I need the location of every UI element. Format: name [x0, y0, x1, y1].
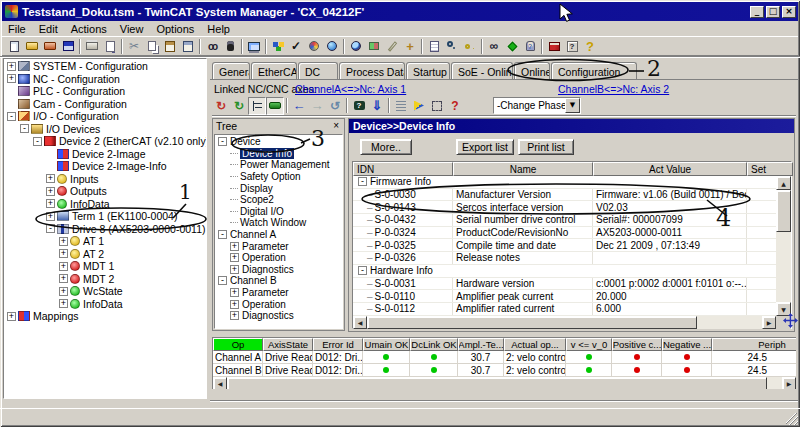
inner-tree-item[interactable]: Display	[215, 182, 342, 194]
expander-icon[interactable]: +	[46, 212, 55, 221]
change-phase-dropdown[interactable]: -Change Phase- ▼	[493, 97, 581, 114]
channel-col-op[interactable]: Op	[213, 338, 263, 351]
expander-icon[interactable]: +	[230, 242, 239, 251]
scroll-thumb[interactable]	[776, 190, 791, 232]
select-frame-icon[interactable]	[428, 97, 446, 115]
tree-item[interactable]: +InfoData	[4, 198, 206, 211]
remote-system-icon[interactable]	[245, 38, 263, 55]
expander-icon[interactable]: +	[59, 237, 68, 246]
tree-item[interactable]: +Inputs	[4, 173, 206, 186]
menu-options[interactable]: Options	[150, 22, 201, 36]
tab-process-data[interactable]: Process Data	[339, 62, 405, 80]
print-icon[interactable]	[83, 38, 101, 55]
paste-icon[interactable]	[161, 38, 179, 55]
expander-icon[interactable]: -	[46, 224, 55, 233]
grid-row[interactable]: –S-0-0143Sercos interface versionV02.03	[353, 201, 776, 214]
tree-item[interactable]: PLC - Configuration	[4, 85, 206, 98]
inner-tree-item[interactable]: +Diagnostics	[215, 264, 342, 276]
nav-forward-icon[interactable]: →	[308, 97, 326, 115]
print-preview-icon[interactable]	[101, 38, 119, 55]
inner-tree-item[interactable]: +Parameter	[215, 287, 342, 299]
scroll-right-icon[interactable]: ▶	[782, 377, 796, 389]
expander-icon[interactable]: +	[7, 62, 16, 71]
open-red-icon[interactable]	[41, 38, 59, 55]
tab-ethercat[interactable]: EtherCAT	[251, 62, 297, 80]
vertical-scrollbar[interactable]: ▲▼	[776, 176, 791, 316]
expander-icon[interactable]: +	[46, 187, 55, 196]
add-item-icon[interactable]: +	[401, 38, 419, 55]
copy-icon[interactable]	[143, 38, 161, 55]
tree-item[interactable]: Device 2-Image	[4, 148, 206, 161]
expander-icon[interactable]: +	[230, 265, 239, 274]
startup-list-icon[interactable]	[392, 97, 410, 115]
inner-tree-item[interactable]: Power Management	[215, 159, 342, 171]
inner-tree-item[interactable]: +Diagnostics	[215, 310, 342, 322]
refresh-green-icon[interactable]: ↻	[230, 97, 248, 115]
cut-icon[interactable]: ✂	[125, 38, 143, 55]
expander-icon[interactable]: -	[20, 124, 29, 133]
tab-general[interactable]: General	[212, 62, 250, 80]
collapse-icon[interactable]: -	[358, 177, 367, 186]
expander-icon[interactable]: +	[230, 253, 239, 262]
scroll-thumb[interactable]	[227, 377, 767, 389]
channel-h-scrollbar[interactable]: ◀▶	[213, 377, 796, 389]
tree-item[interactable]: +AT 2	[4, 248, 206, 261]
close-icon[interactable]: ×	[331, 121, 341, 131]
expander-icon[interactable]: +	[230, 311, 239, 320]
grid-row[interactable]: –S-0-0110Amplifier peak current20.000	[353, 290, 776, 303]
list-view-icon[interactable]	[266, 97, 284, 115]
inner-tree-item[interactable]: Safety Option	[215, 171, 342, 183]
expander-icon[interactable]: +	[46, 174, 55, 183]
expander-icon[interactable]: +	[59, 274, 68, 283]
maximize-button[interactable]: □	[766, 6, 780, 18]
inner-tree-item[interactable]: Watch Window	[215, 217, 342, 229]
tab-soe-online[interactable]: SoE - Online	[451, 62, 513, 80]
zoom-tool-icon[interactable]	[443, 38, 461, 55]
channel-col-periph[interactable]: Periph	[712, 338, 796, 351]
glasses-60-icon[interactable]: ∞	[485, 38, 503, 55]
tree-item[interactable]: Cam - Configuration	[4, 98, 206, 111]
horizontal-scrollbar[interactable]: ◀▶	[353, 316, 776, 329]
expander-icon[interactable]: +	[7, 312, 16, 321]
scroll-up-icon[interactable]: ▲	[776, 176, 791, 190]
scroll-left-icon[interactable]: ◀	[353, 316, 367, 329]
refresh-red-icon[interactable]: ↻	[212, 97, 230, 115]
tree-item[interactable]: +AT 1	[4, 235, 206, 248]
new-icon[interactable]	[5, 38, 23, 55]
menu-actions[interactable]: Actions	[65, 22, 114, 36]
expander-icon[interactable]: +	[230, 288, 239, 297]
channel-col-actual-op-[interactable]: Actual op...	[504, 338, 566, 351]
expander-icon[interactable]: +	[7, 74, 16, 83]
reload-io-icon[interactable]	[365, 38, 383, 55]
magic-wand-icon[interactable]	[383, 38, 401, 55]
security-key-icon[interactable]	[461, 38, 479, 55]
channel-col-v-v-0[interactable]: v <= v_0	[566, 338, 612, 351]
inner-tree-item[interactable]: +Parameter	[215, 240, 342, 252]
column-header-set[interactable]: Set	[747, 162, 793, 176]
column-header-act-value[interactable]: Act Value	[593, 162, 747, 176]
chevron-down-icon[interactable]: ▼	[565, 98, 580, 113]
inner-tree-item[interactable]: +Operation	[215, 298, 342, 310]
tree-item[interactable]: -I/O Devices	[4, 123, 206, 136]
menu-view[interactable]: View	[114, 22, 151, 36]
menu-edit[interactable]: Edit	[33, 22, 65, 36]
open-icon[interactable]	[23, 38, 41, 55]
more-button[interactable]: More..	[360, 139, 412, 155]
grid-row[interactable]: –S-0-0031Hardware versionc:0001 p:0002 d…	[353, 278, 776, 291]
grid-row[interactable]: –P-0-0326Release notes	[353, 252, 776, 265]
reload-list-icon[interactable]: ↺	[326, 97, 344, 115]
inner-tree-item[interactable]: -Channel B	[215, 275, 342, 287]
grid-row[interactable]: –S-0-0432Serial number drive controlSeri…	[353, 214, 776, 227]
inner-tree-item[interactable]: Digital I/O	[215, 206, 342, 218]
list-editor-icon[interactable]	[425, 38, 443, 55]
expander-icon[interactable]: -	[33, 137, 42, 146]
generate-mappings-icon[interactable]	[305, 38, 323, 55]
user-help-icon[interactable]: ?	[521, 38, 539, 55]
help-red-icon[interactable]: ?	[446, 97, 464, 115]
tree-item[interactable]: -Drive 8 (AX5203-0000-0011)	[4, 223, 206, 236]
export-list-button[interactable]: Export list	[456, 139, 514, 155]
expander-icon[interactable]: +	[59, 249, 68, 258]
tab-dc[interactable]: DC	[298, 62, 338, 80]
context-help-icon[interactable]: ?	[563, 38, 581, 55]
channel-col-axisstate[interactable]: AxisState	[263, 338, 313, 351]
